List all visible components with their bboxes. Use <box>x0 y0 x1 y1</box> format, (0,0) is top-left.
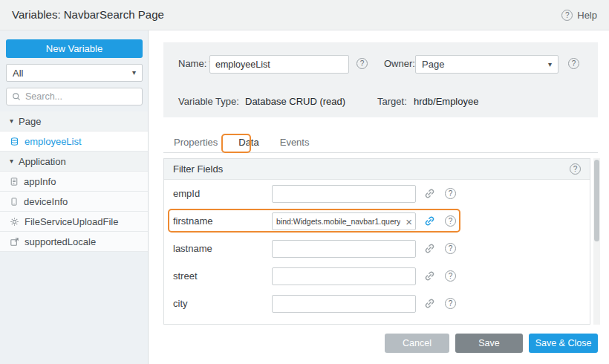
panel-scrollbar[interactable] <box>593 158 600 325</box>
firstname-input[interactable] <box>272 212 416 230</box>
variables-sidebar: New Variable All ▾ ▾ Page employeeList ▾… <box>0 30 149 364</box>
filter-field-row-empid: empId ? <box>164 180 590 207</box>
variable-tree: ▾ Page employeeList ▾ Application appInf… <box>0 111 148 252</box>
field-label: empId <box>173 188 272 199</box>
tab-events[interactable]: Events <box>270 133 320 152</box>
field-label: street <box>173 270 272 282</box>
page-title: Variables: NavbarSearch Page <box>12 0 164 30</box>
tree-item-label: supportedLocale <box>25 236 96 247</box>
tree-item-label: appInfo <box>24 176 56 187</box>
caret-down-icon: ▾ <box>548 61 552 68</box>
bind-link-icon[interactable] <box>424 270 435 282</box>
dialog-header: Variables: NavbarSearch Page ? Help <box>0 0 609 30</box>
tree-item-label: FileServiceUploadFile <box>25 216 118 227</box>
owner-select-value: Page <box>422 59 444 70</box>
field-help-icon[interactable]: ? <box>445 270 456 282</box>
tree-group-label: Page <box>19 116 41 127</box>
save-and-close-button[interactable]: Save & Close <box>529 334 598 353</box>
field-help-icon[interactable]: ? <box>445 243 456 254</box>
owner-select[interactable]: Page ▾ <box>415 55 558 74</box>
city-input[interactable] <box>272 295 416 313</box>
tree-item-appinfo[interactable]: appInfo <box>0 172 148 192</box>
tree-group-application[interactable]: ▾ Application <box>0 152 148 172</box>
search-icon <box>12 92 21 101</box>
variable-summary: Name:* ? Owner:* Page ▾ ? Variable Type:… <box>163 42 598 117</box>
database-variable-icon <box>10 137 19 146</box>
name-help-icon[interactable]: ? <box>356 58 368 69</box>
variable-filter-select[interactable]: All ▾ <box>6 64 143 82</box>
save-button[interactable]: Save <box>455 334 523 353</box>
help-label: Help <box>577 10 597 21</box>
field-help-icon[interactable]: ? <box>445 298 456 309</box>
cancel-button[interactable]: Cancel <box>385 334 449 353</box>
filter-fields-panel: Filter Fields ? empId ? firstname × ? la… <box>163 158 590 325</box>
tab-bar: Properties Data Events <box>163 133 598 153</box>
tree-item-deviceinfo[interactable]: deviceInfo <box>0 192 148 212</box>
tab-properties[interactable]: Properties <box>163 133 228 152</box>
caret-down-icon: ▾ <box>10 157 13 165</box>
caret-down-icon: ▾ <box>10 117 13 125</box>
name-input[interactable] <box>209 55 349 74</box>
info-variable-icon <box>10 177 19 186</box>
service-variable-icon <box>10 217 19 227</box>
target-value: hrdb/Employee <box>414 96 478 107</box>
field-label: lastname <box>173 243 272 254</box>
name-label: Name:* <box>178 58 212 69</box>
filter-field-row-firstname: firstname × ? <box>164 207 590 235</box>
street-input[interactable] <box>272 267 416 285</box>
filter-field-row-street: street ? <box>164 262 590 290</box>
bind-link-icon[interactable] <box>424 298 435 309</box>
caret-down-icon: ▾ <box>132 69 136 77</box>
device-variable-icon <box>10 197 19 207</box>
target-label: Target: <box>377 96 407 107</box>
tree-item-label: deviceInfo <box>24 196 68 207</box>
variable-filter-value: All <box>13 68 23 79</box>
tree-item-supportedlocale[interactable]: supportedLocale <box>0 232 148 252</box>
filter-fields-title: Filter Fields <box>173 163 223 175</box>
empid-input[interactable] <box>272 185 416 203</box>
bind-link-icon[interactable] <box>424 243 435 254</box>
search-input[interactable] <box>25 91 137 102</box>
tree-item-label: employeeList <box>25 136 82 147</box>
tree-group-label: Application <box>19 156 66 167</box>
help-icon: ? <box>561 10 573 21</box>
field-label: firstname <box>173 215 272 227</box>
filter-fields-header: Filter Fields ? <box>164 159 590 180</box>
variable-type-value: Database CRUD (read) <box>245 96 345 107</box>
owner-help-icon[interactable]: ? <box>568 58 579 69</box>
filter-fields-help-icon[interactable]: ? <box>570 163 581 175</box>
help-button[interactable]: ? Help <box>561 0 597 30</box>
field-help-icon[interactable]: ? <box>445 188 456 199</box>
locale-variable-icon <box>10 237 19 247</box>
clear-binding-icon[interactable]: × <box>406 215 412 227</box>
lastname-input[interactable] <box>272 240 416 258</box>
tree-item-fileserviceuploadfile[interactable]: FileServiceUploadFile <box>0 212 148 232</box>
tree-group-page[interactable]: ▾ Page <box>0 111 148 131</box>
name-label-text: Name: <box>178 58 206 69</box>
owner-label-text: Owner: <box>384 58 415 69</box>
field-help-icon[interactable]: ? <box>445 215 456 227</box>
new-variable-button[interactable]: New Variable <box>6 39 143 58</box>
tab-data[interactable]: Data <box>228 133 269 152</box>
bound-input-wrap: × <box>272 212 416 230</box>
filter-field-row-city: city ? <box>164 290 590 317</box>
variable-type-label: Variable Type: <box>178 96 239 107</box>
sidebar-search <box>6 88 143 105</box>
bind-link-icon[interactable] <box>424 215 435 227</box>
bind-link-icon[interactable] <box>424 188 435 199</box>
tree-item-employeelist[interactable]: employeeList <box>0 131 148 152</box>
field-label: city <box>173 298 272 309</box>
scrollbar-thumb[interactable] <box>594 160 599 241</box>
filter-field-row-lastname: lastname ? <box>164 235 590 262</box>
